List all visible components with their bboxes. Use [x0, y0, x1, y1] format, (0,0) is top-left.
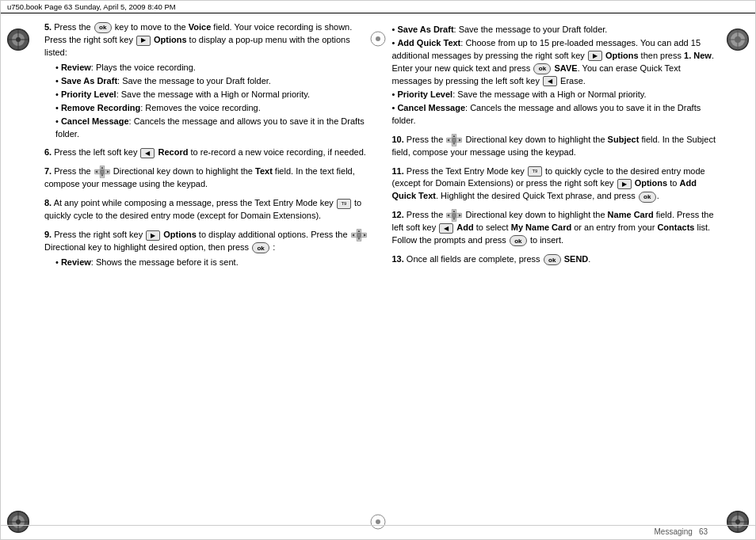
- right-column: Save As Draft: Save the message to your …: [384, 21, 716, 276]
- step-5-sublist: Review: Plays the voice recording. Save …: [44, 62, 368, 141]
- directional-key-icon-7: ▲ ▼ ◀ ▶: [94, 165, 110, 178]
- left-column: 5. Press the ok key to move to the Voice…: [40, 21, 384, 276]
- right-soft-key-icon-9: ▶: [146, 230, 160, 241]
- step-10-block: 10. Press the ▲ ▼ ◀ ▶: [392, 134, 716, 159]
- svg-text:▲: ▲: [452, 134, 456, 138]
- ok-key-12: ok: [510, 235, 527, 246]
- right-soft-key-icon: ▶: [136, 36, 151, 46]
- step-7-block: 7. Press the ▲ ▼ ◀ ▶ D: [44, 165, 368, 191]
- ok-key-icon: ok: [94, 22, 112, 33]
- ok-key-icon-9: ok: [252, 242, 269, 253]
- step-6-number: 6.: [44, 147, 52, 157]
- step-7-text: Press the ▲ ▼ ◀ ▶ Directional key down t…: [44, 166, 355, 188]
- step-9-cont-addquicktext: Add Quick Text: Choose from up to 15 pre…: [392, 37, 716, 88]
- ok-key-13: ok: [544, 254, 561, 265]
- step-5-item-review: Review: Plays the voice recording.: [55, 62, 368, 74]
- step-5-block: 5. Press the ok key to move to the Voice…: [44, 21, 368, 140]
- svg-point-14: [16, 519, 21, 524]
- left-soft-key-icon-12: ◀: [439, 223, 453, 234]
- step-5-text: Press the ok key to move to the Voice fi…: [44, 22, 352, 57]
- svg-point-21: [376, 36, 380, 41]
- step-6-block: 6. Press the left soft key ◀ Record to r…: [44, 146, 368, 159]
- corner-decoration-tl: [7, 29, 29, 51]
- step-8-text: At any point while composing a message, …: [44, 198, 361, 220]
- directional-key-icon-9: ▲ ▼ ◀ ▶: [351, 229, 367, 241]
- svg-text:▼: ▼: [357, 238, 360, 241]
- svg-text:▼: ▼: [101, 174, 104, 178]
- svg-text:▲: ▲: [357, 229, 360, 233]
- header-bar: u750.book Page 63 Sunday, April 5, 2009 …: [1, 1, 755, 13]
- step-5-item-saveasdraft: Save As Draft: Save the message to your …: [55, 75, 368, 88]
- svg-text:▲: ▲: [452, 209, 456, 213]
- directional-key-icon-10: ▲ ▼ ◀ ▶: [446, 134, 462, 146]
- step-9-item-review: Review: Shows the message before it is s…: [55, 257, 368, 269]
- svg-point-9: [735, 36, 741, 43]
- step-13-number: 13.: [392, 254, 404, 264]
- directional-key-icon-12: ▲ ▼ ◀ ▶: [446, 209, 462, 222]
- top-center-decoration: [370, 31, 386, 47]
- step-10-text: Press the ▲ ▼ ◀ ▶ Directional key down t…: [392, 135, 716, 157]
- step-8-block: 8. At any point while composing a messag…: [44, 197, 368, 222]
- ok-key-11: ok: [639, 192, 656, 203]
- footer-page: 63: [699, 527, 708, 536]
- step-9-number: 9.: [44, 230, 52, 239]
- step-9-text: Press the right soft key ▶ Options to di…: [44, 230, 368, 252]
- step-5-number: 5.: [44, 22, 52, 32]
- entry-mode-key-icon-8: T9: [337, 199, 351, 209]
- ok-key-aqt: ok: [533, 63, 551, 74]
- step-7-number: 7.: [44, 166, 52, 176]
- step-9-cont-block: Save As Draft: Save the message to your …: [392, 24, 716, 127]
- right-soft-key-icon-11: ▶: [617, 179, 632, 189]
- step-9-cont-saveasdraft: Save As Draft: Save the message to your …: [392, 24, 716, 36]
- right-soft-key-icon-aqt: ▶: [588, 51, 602, 61]
- left-soft-key-icon-aqt: ◀: [543, 76, 557, 86]
- svg-point-23: [376, 519, 380, 524]
- step-9-cont-cancelmessage: Cancel Message: Cancels the message and …: [392, 102, 716, 127]
- page-container: u750.book Page 63 Sunday, April 5, 2009 …: [0, 0, 756, 540]
- svg-text:▼: ▼: [452, 218, 456, 222]
- step-12-number: 12.: [392, 210, 404, 219]
- step-13-block: 13. Once all fields are complete, press …: [392, 253, 716, 266]
- footer-section: Messaging: [655, 527, 693, 536]
- step-10-number: 10.: [392, 135, 404, 144]
- step-5-item-removerecording: Remove Recording: Removes the voice reco…: [55, 102, 368, 115]
- corner-decoration-tr: [727, 29, 749, 51]
- step-9-sublist: Review: Shows the message before it is s…: [44, 257, 368, 269]
- step-11-block: 11. Press the Text Entry Mode key T9 to …: [392, 165, 716, 203]
- step-6-text: Press the left soft key ◀ Record to re-r…: [54, 147, 366, 157]
- step-8-number: 8.: [44, 198, 52, 207]
- step-13-text: Once all fields are complete, press ok S…: [407, 254, 591, 264]
- svg-text:▲: ▲: [101, 165, 104, 169]
- content-area: 5. Press the ok key to move to the Voice…: [1, 13, 755, 283]
- step-5-item-prioritylevel: Priority Level: Save the message with a …: [55, 89, 368, 101]
- step-5-item-cancelmessage: Cancel Message: Cancels the message and …: [55, 116, 368, 141]
- svg-text:▼: ▼: [452, 142, 456, 146]
- footer-bar: Messaging 63: [1, 525, 755, 539]
- svg-point-19: [735, 519, 740, 524]
- step-9-block: 9. Press the right soft key ▶ Options to…: [44, 229, 368, 269]
- step-11-number: 11.: [392, 166, 404, 176]
- step-11-text: Press the Text Entry Mode key T9 to quic…: [392, 166, 705, 201]
- entry-mode-key-icon-11: T9: [528, 166, 542, 177]
- step-9-cont-prioritylevel: Priority Level: Save the message with a …: [392, 89, 716, 101]
- left-soft-key-icon-6: ◀: [140, 148, 155, 158]
- header-title: u750.book Page 63 Sunday, April 5, 2009 …: [7, 2, 176, 11]
- step-12-block: 12. Press the ▲ ▼ ◀ ▶: [392, 209, 716, 247]
- step-12-text: Press the ▲ ▼ ◀ ▶ Directional key down t…: [392, 210, 714, 245]
- svg-point-4: [16, 37, 21, 42]
- step-9-cont-sublist: Save As Draft: Save the message to your …: [392, 24, 716, 127]
